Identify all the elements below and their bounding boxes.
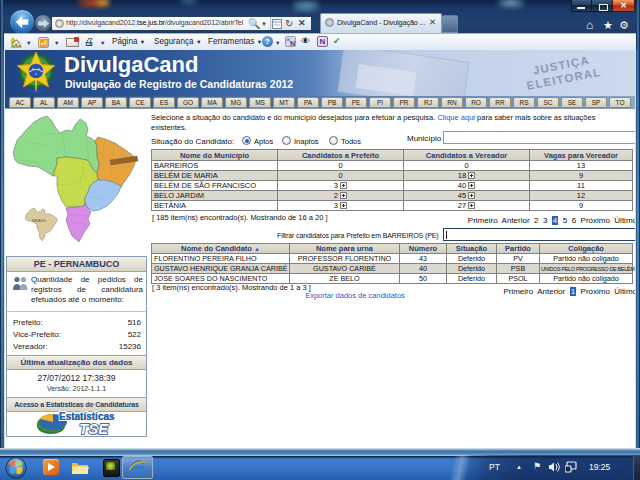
svg-text:TSE: TSE xyxy=(79,420,109,436)
svg-text:BRASIL: BRASIL xyxy=(32,218,48,223)
